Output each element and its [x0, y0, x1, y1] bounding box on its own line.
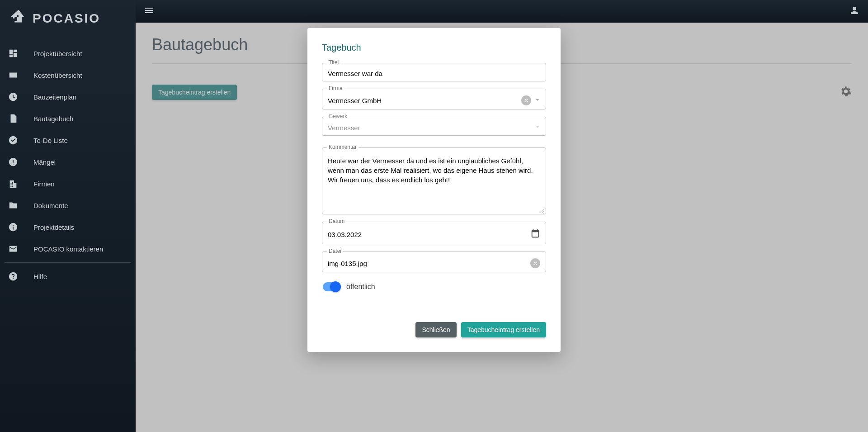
sidebar-item-hilfe[interactable]: Hilfe [0, 266, 136, 287]
gewerk-dropdown-icon [535, 123, 540, 132]
sidebar-item-dokumente[interactable]: Dokumente [0, 195, 136, 216]
datum-input[interactable] [328, 231, 527, 238]
public-label: öffentlich [346, 283, 375, 291]
submit-button[interactable]: Tagebucheintrag erstellen [461, 322, 546, 337]
menu-icon[interactable] [144, 5, 155, 18]
clear-firma-icon[interactable] [521, 95, 531, 105]
public-toggle[interactable] [323, 282, 340, 291]
calendar-icon[interactable] [530, 228, 540, 240]
sidebar-divider [5, 262, 131, 263]
error-icon [8, 157, 18, 167]
sidebar-item-label: Dokumente [33, 202, 68, 209]
sidebar-item-label: Bautagebuch [33, 115, 73, 123]
sidebar-item-todo[interactable]: To-Do Liste [0, 129, 136, 151]
help-icon [8, 271, 18, 281]
sidebar-item-label: POCASIO kontaktieren [33, 245, 103, 253]
sidebar-item-bautagebuch[interactable]: Bautagebuch [0, 108, 136, 129]
public-toggle-row: öffentlich [322, 280, 546, 294]
datei-input[interactable] [328, 260, 527, 267]
titel-input[interactable] [328, 70, 540, 77]
mail-icon [8, 244, 18, 254]
titel-field[interactable]: Titel [322, 63, 546, 81]
sidebar: POCASIO Projektübersicht Kostenübersicht… [0, 0, 136, 432]
sidebar-item-kostenuebersicht[interactable]: Kostenübersicht [0, 64, 136, 86]
datum-label: Datum [327, 218, 346, 224]
info-icon [8, 222, 18, 232]
datei-field[interactable]: Datei [322, 252, 546, 272]
gewerk-value: Vermesser [328, 124, 531, 132]
modal-title: Tagebuch [322, 43, 546, 53]
sidebar-item-firmen[interactable]: Firmen [0, 173, 136, 195]
sidebar-item-label: To-Do Liste [33, 137, 68, 144]
sidebar-item-label: Projektdetails [33, 223, 74, 231]
sidebar-item-label: Firmen [33, 180, 55, 188]
close-button[interactable]: Schließen [415, 322, 456, 337]
house-icon [9, 8, 28, 29]
user-icon[interactable] [849, 5, 860, 18]
sidebar-item-label: Projektübersicht [33, 50, 82, 57]
sidebar-item-projektuebersicht[interactable]: Projektübersicht [0, 43, 136, 64]
clear-datei-icon[interactable] [530, 258, 540, 268]
firma-dropdown-icon[interactable] [535, 96, 540, 104]
brand-name: POCASIO [33, 11, 100, 26]
money-icon [8, 70, 18, 80]
firma-input[interactable] [328, 97, 518, 104]
firma-field[interactable]: Firma [322, 89, 546, 109]
diary-modal: Tagebuch Titel Firma Gewerk Vermesser Ko… [307, 28, 561, 352]
check-circle-icon [8, 135, 18, 145]
dashboard-icon [8, 48, 18, 58]
sidebar-item-label: Kostenübersicht [33, 71, 82, 79]
datum-field[interactable]: Datum [322, 222, 546, 244]
firma-label: Firma [327, 85, 344, 91]
sidebar-item-projektdetails[interactable]: Projektdetails [0, 216, 136, 238]
kommentar-input[interactable] [328, 156, 540, 210]
modal-footer: Schließen Tagebucheintrag erstellen [322, 322, 546, 337]
gewerk-field: Gewerk Vermesser [322, 117, 546, 136]
resize-handle-icon[interactable] [539, 207, 544, 213]
topbar [136, 0, 868, 23]
building-icon [8, 179, 18, 189]
titel-label: Titel [327, 59, 340, 66]
clock-icon [8, 92, 18, 102]
kommentar-field[interactable]: Kommentar [322, 147, 546, 214]
brand-logo[interactable]: POCASIO [0, 5, 136, 38]
gewerk-label: Gewerk [327, 113, 349, 119]
sidebar-item-label: Mängel [33, 158, 56, 166]
sidebar-item-label: Bauzeitenplan [33, 93, 76, 101]
sidebar-item-maengel[interactable]: Mängel [0, 151, 136, 173]
sidebar-item-label: Hilfe [33, 273, 47, 280]
document-icon [8, 114, 18, 123]
sidebar-item-kontakt[interactable]: POCASIO kontaktieren [0, 238, 136, 260]
sidebar-item-bauzeitenplan[interactable]: Bauzeitenplan [0, 86, 136, 108]
toggle-knob [330, 281, 341, 292]
kommentar-label: Kommentar [327, 144, 359, 150]
datei-label: Datei [327, 248, 343, 254]
folder-icon [8, 200, 18, 210]
sidebar-nav: Projektübersicht Kostenübersicht Bauzeit… [0, 38, 136, 287]
